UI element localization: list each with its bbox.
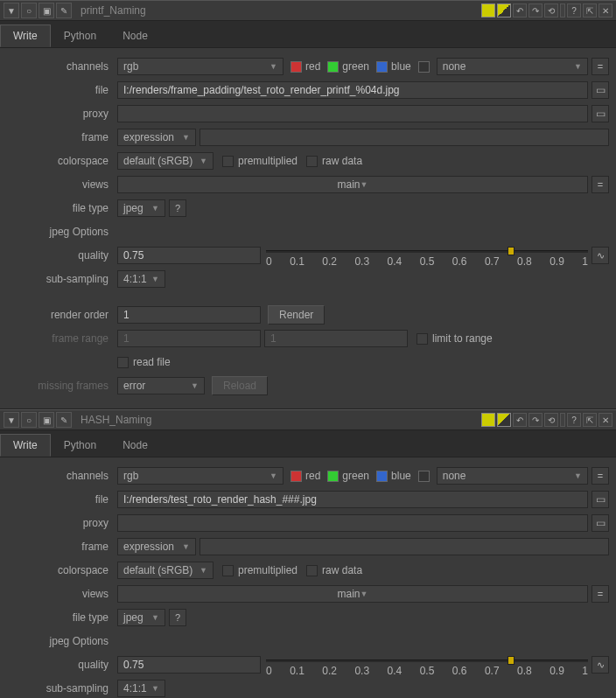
collapse-icon[interactable]: ▼ xyxy=(4,3,19,18)
float-icon[interactable]: ⇱ xyxy=(583,413,597,427)
undo-icon[interactable]: ↶ xyxy=(513,3,527,17)
channels-dropdown[interactable]: rgb▼ xyxy=(117,467,284,485)
redo-icon[interactable]: ↷ xyxy=(528,413,542,427)
filetype-label: file type xyxy=(7,611,117,624)
proxy-input[interactable] xyxy=(117,105,588,122)
premult-label: premultiplied xyxy=(238,155,298,167)
green-swatch-icon[interactable] xyxy=(327,61,339,73)
folder-icon[interactable]: ▭ xyxy=(592,491,609,508)
panel-printf: ▼ ○ ▣ ✎ printf_Naming ↶ ↷ ⟲ ? ⇱ ✕ Write … xyxy=(0,0,616,409)
views-dropdown[interactable]: main▼ xyxy=(117,585,588,603)
views-eq-button[interactable]: = xyxy=(592,585,609,603)
wrench-icon[interactable]: ✎ xyxy=(56,3,72,18)
folder-icon[interactable]: ▭ xyxy=(592,514,609,532)
none-swatch-icon[interactable] xyxy=(418,61,430,73)
channels-eq-button[interactable]: = xyxy=(592,58,609,75)
green-swatch-icon[interactable] xyxy=(327,471,339,482)
frame-input[interactable] xyxy=(200,538,609,555)
channels-dropdown[interactable]: rgb▼ xyxy=(117,58,284,75)
filetype-dropdown[interactable]: jpeg▼ xyxy=(117,199,165,217)
tab-write[interactable]: Write xyxy=(0,434,51,457)
frame-dropdown[interactable]: expression▼ xyxy=(117,538,196,555)
tab-node[interactable]: Node xyxy=(109,24,161,47)
undo-icon[interactable]: ↶ xyxy=(513,413,527,427)
views-eq-button[interactable]: = xyxy=(592,176,609,193)
blue-swatch-icon[interactable] xyxy=(376,471,388,482)
reload-button: Reload xyxy=(212,376,268,395)
blue-label: blue xyxy=(391,60,411,73)
node-alt-color-icon[interactable] xyxy=(497,413,511,427)
folder-icon[interactable]: ▭ xyxy=(592,105,609,122)
titlebar: ▼ ○ ▣ ✎ HASH_Naming ↶ ↷ ⟲ ? ⇱ ✕ xyxy=(0,409,616,430)
file-input[interactable] xyxy=(117,491,588,508)
node-alt-color-icon[interactable] xyxy=(497,3,511,17)
file-label: file xyxy=(7,493,117,506)
quality-label: quality xyxy=(7,659,117,671)
readfile-label: read file xyxy=(133,356,171,368)
subsampling-label: sub-sampling xyxy=(7,682,117,695)
views-dropdown[interactable]: main▼ xyxy=(117,176,588,193)
quality-slider[interactable]: 00.10.20.30.40.50.60.70.80.91 xyxy=(266,656,588,674)
subsampling-dropdown[interactable]: 4:1:1▼ xyxy=(117,680,165,697)
render-button[interactable]: Render xyxy=(268,305,325,325)
node-color-icon[interactable] xyxy=(481,413,495,427)
revert-icon[interactable]: ⟲ xyxy=(544,413,558,427)
frame-range-to xyxy=(264,330,408,347)
preview-icon[interactable]: ▣ xyxy=(38,3,54,18)
premult-checkbox[interactable] xyxy=(222,156,234,167)
colorspace-dropdown[interactable]: default (sRGB)▼ xyxy=(117,562,214,579)
colorspace-label: colorspace xyxy=(7,155,117,167)
quality-curve-icon[interactable]: ∿ xyxy=(592,656,609,674)
render-order-input[interactable] xyxy=(117,306,261,324)
tab-node[interactable]: Node xyxy=(109,434,161,457)
filetype-help-button[interactable]: ? xyxy=(169,609,186,626)
titlebar: ▼ ○ ▣ ✎ printf_Naming ↶ ↷ ⟲ ? ⇱ ✕ xyxy=(0,0,616,21)
proxy-input[interactable] xyxy=(117,514,588,532)
wrench-icon[interactable]: ✎ xyxy=(56,412,72,428)
redo-icon[interactable]: ↷ xyxy=(528,3,542,17)
quality-input[interactable] xyxy=(117,656,261,674)
red-swatch-icon[interactable] xyxy=(290,471,302,482)
rawdata-checkbox[interactable] xyxy=(306,156,318,167)
jpeg-options-label: jpeg Options xyxy=(7,635,117,647)
channels-extra-dropdown[interactable]: none▼ xyxy=(437,467,588,485)
subsampling-dropdown[interactable]: 4:1:1▼ xyxy=(117,270,165,288)
preview-icon[interactable]: ▣ xyxy=(38,412,54,428)
readfile-checkbox[interactable] xyxy=(117,357,129,368)
pin-icon[interactable]: ○ xyxy=(21,3,37,18)
collapse-icon[interactable]: ▼ xyxy=(4,412,19,428)
filetype-dropdown[interactable]: jpeg▼ xyxy=(117,609,165,626)
rawdata-checkbox[interactable] xyxy=(306,565,318,576)
folder-icon[interactable]: ▭ xyxy=(592,81,609,99)
views-label: views xyxy=(7,178,117,191)
quality-slider[interactable]: 00.10.20.30.40.50.60.70.80.91 xyxy=(266,247,588,264)
tab-python[interactable]: Python xyxy=(51,24,109,47)
close-icon[interactable]: ✕ xyxy=(598,413,612,427)
tab-python[interactable]: Python xyxy=(51,434,109,457)
premult-checkbox[interactable] xyxy=(222,565,234,576)
frame-dropdown[interactable]: expression▼ xyxy=(117,129,196,146)
float-icon[interactable]: ⇱ xyxy=(583,3,597,17)
help-icon[interactable]: ? xyxy=(567,3,581,17)
quality-input[interactable] xyxy=(117,247,261,264)
channels-eq-button[interactable]: = xyxy=(592,467,609,485)
close-icon[interactable]: ✕ xyxy=(598,3,612,17)
blue-swatch-icon[interactable] xyxy=(376,61,388,73)
node-color-icon[interactable] xyxy=(481,3,495,17)
file-input[interactable] xyxy=(117,81,588,99)
red-swatch-icon[interactable] xyxy=(290,61,302,73)
subsampling-label: sub-sampling xyxy=(7,273,117,285)
channels-extra-dropdown[interactable]: none▼ xyxy=(437,58,588,75)
help-icon[interactable]: ? xyxy=(567,413,581,427)
panel-body: channels rgb▼ red green blue none▼ = fil… xyxy=(0,48,616,408)
tab-write[interactable]: Write xyxy=(0,24,51,47)
filetype-help-button[interactable]: ? xyxy=(169,199,186,217)
frame-input[interactable] xyxy=(200,129,609,146)
quality-curve-icon[interactable]: ∿ xyxy=(592,247,609,264)
limit-range-checkbox[interactable] xyxy=(416,333,428,345)
frame-range-from xyxy=(117,330,261,347)
colorspace-dropdown[interactable]: default (sRGB)▼ xyxy=(117,152,214,170)
none-swatch-icon[interactable] xyxy=(418,471,430,482)
revert-icon[interactable]: ⟲ xyxy=(544,3,558,17)
pin-icon[interactable]: ○ xyxy=(21,412,37,428)
